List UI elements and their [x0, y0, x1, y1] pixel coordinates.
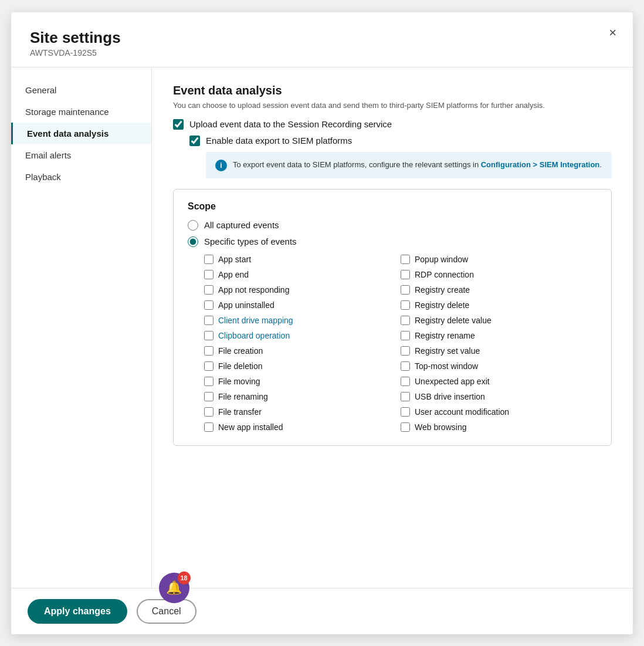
- event-label-registry-delete[interactable]: Registry delete: [415, 300, 469, 310]
- event-label-app-uninstalled[interactable]: App uninstalled: [218, 300, 274, 310]
- event-checkbox-file-transfer[interactable]: [204, 407, 213, 417]
- event-checkbox-app-uninstalled[interactable]: [204, 300, 213, 310]
- event-row-web-browsing: Web browsing: [401, 421, 597, 434]
- modal-title: Site settings: [30, 29, 614, 47]
- event-label-registry-rename[interactable]: Registry rename: [415, 331, 475, 340]
- event-checkbox-rdp-connection[interactable]: [401, 270, 410, 279]
- event-row-file-renaming: File renaming: [204, 390, 401, 403]
- siem-integration-link[interactable]: Configuration > SIEM Integration: [481, 160, 600, 169]
- scope-title: Scope: [188, 201, 597, 212]
- event-row-user-account-modification: User account modification: [401, 405, 597, 418]
- event-row-registry-delete: Registry delete: [401, 299, 597, 312]
- event-label-app-start[interactable]: App start: [218, 255, 251, 264]
- cancel-button[interactable]: Cancel: [137, 599, 196, 624]
- event-label-new-app-installed[interactable]: New app installed: [218, 422, 283, 432]
- event-label-app-end[interactable]: App end: [218, 270, 249, 279]
- event-checkbox-unexpected-app-exit[interactable]: [401, 377, 410, 386]
- event-checkbox-client-drive-mapping[interactable]: [204, 316, 213, 325]
- event-checkbox-file-renaming[interactable]: [204, 392, 213, 401]
- event-checkbox-file-creation[interactable]: [204, 346, 213, 356]
- event-row-app-start: App start: [204, 253, 401, 266]
- event-row-file-creation: File creation: [204, 344, 401, 357]
- event-label-registry-create[interactable]: Registry create: [415, 285, 470, 295]
- radio-all-events-label[interactable]: All captured events: [204, 220, 279, 230]
- sidebar-item-storage-maintenance[interactable]: Storage maintenance: [11, 101, 151, 123]
- event-checkbox-file-moving[interactable]: [204, 377, 213, 386]
- event-checkbox-registry-set-value[interactable]: [401, 346, 410, 356]
- event-checkbox-registry-rename[interactable]: [401, 331, 410, 340]
- sidebar-item-general[interactable]: General: [11, 79, 151, 101]
- event-label-top-most-window[interactable]: Top-most window: [415, 361, 478, 371]
- event-checkbox-app-start[interactable]: [204, 255, 213, 264]
- event-checkbox-usb-drive-insertion[interactable]: [401, 392, 410, 401]
- scope-box: Scope All captured events Specific types…: [173, 189, 612, 446]
- event-label-file-renaming[interactable]: File renaming: [218, 392, 268, 401]
- event-row-app-end: App end: [204, 268, 401, 281]
- event-checkbox-popup-window[interactable]: [401, 255, 410, 264]
- event-label-registry-delete-value[interactable]: Registry delete value: [415, 316, 492, 325]
- event-row-unexpected-app-exit: Unexpected app exit: [401, 375, 597, 388]
- siem-checkbox-row: Enable data export to SIEM platforms: [189, 136, 612, 146]
- event-row-file-deletion: File deletion: [204, 360, 401, 373]
- event-label-user-account-modification[interactable]: User account modification: [415, 407, 509, 417]
- event-label-unexpected-app-exit[interactable]: Unexpected app exit: [415, 377, 490, 386]
- event-label-web-browsing[interactable]: Web browsing: [415, 422, 466, 432]
- modal-body: General Storage maintenance Event data a…: [11, 67, 633, 588]
- radio-specific-events-row: Specific types of events: [188, 236, 597, 247]
- event-checkbox-app-not-responding[interactable]: [204, 285, 213, 295]
- sidebar-item-event-data-analysis[interactable]: Event data analysis: [11, 123, 151, 144]
- event-row-registry-set-value: Registry set value: [401, 344, 597, 357]
- radio-specific-events[interactable]: [188, 236, 198, 247]
- event-checkbox-app-end[interactable]: [204, 270, 213, 279]
- event-label-usb-drive-insertion[interactable]: USB drive insertion: [415, 392, 485, 401]
- event-checkbox-top-most-window[interactable]: [401, 361, 410, 371]
- event-label-file-creation[interactable]: File creation: [218, 346, 263, 356]
- apply-changes-button[interactable]: Apply changes: [28, 599, 127, 624]
- event-row-new-app-installed: New app installed: [204, 421, 401, 434]
- event-label-popup-window[interactable]: Popup window: [415, 255, 468, 264]
- event-checkbox-file-deletion[interactable]: [204, 361, 213, 371]
- events-grid: App startPopup windowApp endRDP connecti…: [204, 253, 597, 434]
- event-checkbox-registry-create[interactable]: [401, 285, 410, 295]
- sidebar-item-playback[interactable]: Playback: [11, 166, 151, 188]
- info-suffix: .: [599, 160, 602, 169]
- radio-all-events-row: All captured events: [188, 220, 597, 231]
- siem-checkbox[interactable]: [189, 136, 200, 146]
- event-row-clipboard-operation: Clipboard operation: [204, 329, 401, 342]
- section-description: You can choose to upload session event d…: [173, 101, 612, 110]
- event-checkbox-registry-delete-value[interactable]: [401, 316, 410, 325]
- upload-checkbox-label[interactable]: Upload event data to the Session Recordi…: [189, 119, 392, 129]
- radio-specific-events-label[interactable]: Specific types of events: [204, 236, 297, 246]
- event-label-app-not-responding[interactable]: App not responding: [218, 285, 289, 295]
- siem-checkbox-label[interactable]: Enable data export to SIEM platforms: [206, 136, 352, 146]
- event-label-file-transfer[interactable]: File transfer: [218, 407, 262, 417]
- event-checkbox-clipboard-operation[interactable]: [204, 331, 213, 340]
- modal-header: Site settings AWTSVDA-192S5 ×: [11, 12, 633, 67]
- event-row-usb-drive-insertion: USB drive insertion: [401, 390, 597, 403]
- info-text: To export event data to SIEM platforms, …: [233, 159, 602, 171]
- info-icon: i: [215, 160, 227, 171]
- sidebar-item-email-alerts[interactable]: Email alerts: [11, 144, 151, 166]
- event-label-rdp-connection[interactable]: RDP connection: [415, 270, 474, 279]
- siem-section: Enable data export to SIEM platforms i T…: [189, 136, 612, 178]
- event-row-file-transfer: File transfer: [204, 405, 401, 418]
- event-row-popup-window: Popup window: [401, 253, 597, 266]
- radio-all-events[interactable]: [188, 220, 198, 231]
- event-label-client-drive-mapping[interactable]: Client drive mapping: [218, 316, 293, 325]
- upload-checkbox-row: Upload event data to the Session Recordi…: [173, 119, 612, 130]
- upload-checkbox[interactable]: [173, 119, 184, 130]
- notification-button[interactable]: 🔔 18: [159, 573, 189, 603]
- event-checkbox-web-browsing[interactable]: [401, 422, 410, 432]
- event-label-clipboard-operation[interactable]: Clipboard operation: [218, 331, 290, 340]
- sidebar: General Storage maintenance Event data a…: [11, 67, 152, 588]
- event-label-registry-set-value[interactable]: Registry set value: [415, 346, 480, 356]
- event-checkbox-registry-delete[interactable]: [401, 300, 410, 310]
- event-label-file-deletion[interactable]: File deletion: [218, 361, 263, 371]
- event-checkbox-user-account-modification[interactable]: [401, 407, 410, 417]
- event-label-file-moving[interactable]: File moving: [218, 377, 260, 386]
- event-row-top-most-window: Top-most window: [401, 360, 597, 373]
- close-button[interactable]: ×: [609, 26, 616, 39]
- event-checkbox-new-app-installed[interactable]: [204, 422, 213, 432]
- modal-footer: Apply changes Cancel 🔔 18: [11, 588, 633, 634]
- section-title: Event data analysis: [173, 84, 612, 97]
